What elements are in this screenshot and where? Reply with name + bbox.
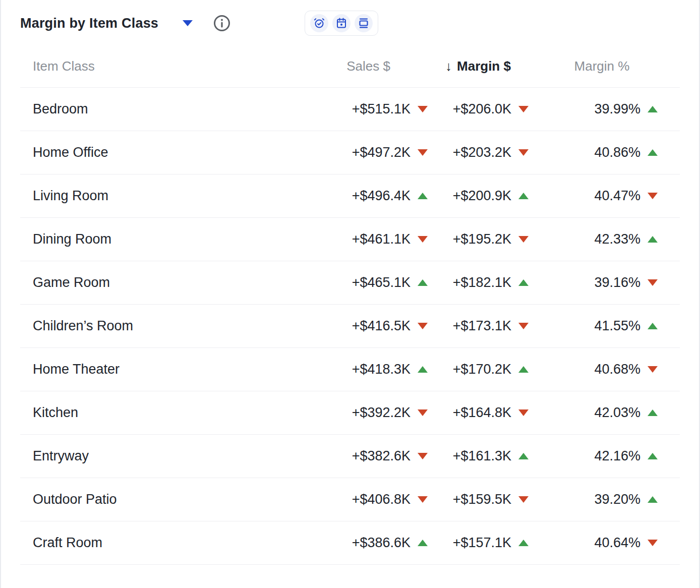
margin-value: +$206.0K (453, 101, 511, 117)
sales-cell: +$406.8K (352, 492, 428, 507)
margin-pct-value: 39.99% (594, 101, 640, 117)
sort-descending-icon: ↓ (445, 58, 452, 74)
margin-pct-trend-icon (648, 149, 658, 156)
margin-pct-trend-icon (648, 409, 658, 416)
margin-value: +$164.8K (453, 405, 511, 421)
margin-value: +$200.9K (453, 188, 511, 204)
table-row[interactable]: Dining Room +$461.1K +$195.2K 42.33% (20, 218, 680, 261)
margin-pct-value: 40.64% (594, 535, 640, 551)
margin-trend-icon (518, 366, 529, 373)
margin-pct-cell: 39.16% (594, 275, 680, 290)
sales-value: +$418.3K (352, 362, 411, 377)
margin-value: +$161.3K (453, 448, 511, 464)
margin-value: +$170.2K (453, 362, 511, 377)
sales-cell: +$416.5K (352, 318, 428, 334)
margin-pct-cell: 40.64% (594, 535, 680, 551)
column-header-item-class[interactable]: Item Class (20, 58, 95, 74)
margin-pct-trend-icon (648, 496, 658, 503)
margin-value: +$159.5K (453, 492, 511, 507)
margin-cell: +$157.1K (453, 535, 546, 551)
sales-value: +$515.1K (352, 101, 411, 117)
margin-pct-value: 42.03% (594, 405, 640, 421)
calendar-icon[interactable] (332, 14, 351, 32)
margin-pct-cell: 42.03% (594, 405, 680, 421)
item-class-cell: Living Room (20, 188, 108, 204)
margin-cell: +$159.5K (453, 492, 546, 507)
column-header-margin-pct[interactable]: Margin % (574, 58, 652, 74)
margin-by-item-class-widget: Margin by Item Class (0, 0, 700, 588)
column-header-margin-label: Margin $ (457, 58, 511, 74)
table-row[interactable]: Children’s Room +$416.5K +$173.1K 41.55% (20, 305, 680, 348)
title-dropdown-caret-icon[interactable] (183, 20, 193, 26)
table-row[interactable]: Living Room +$496.4K +$200.9K 40.47% (20, 174, 680, 218)
sales-trend-icon (418, 279, 428, 286)
margin-trend-icon (518, 149, 529, 156)
margin-cell: +$200.9K (453, 188, 546, 204)
item-class-cell: Bedroom (20, 101, 88, 117)
sales-value: +$382.6K (352, 448, 411, 464)
margin-cell: +$195.2K (453, 231, 546, 247)
column-header-sales[interactable]: Sales $ (346, 58, 390, 74)
margin-pct-value: 39.20% (594, 492, 640, 507)
margin-value: +$203.2K (453, 145, 511, 160)
margin-pct-cell: 40.86% (594, 145, 680, 160)
sales-cell: +$386.6K (352, 535, 428, 551)
margin-pct-trend-icon (648, 106, 658, 112)
margin-cell: +$203.2K (453, 145, 546, 160)
sales-trend-icon (418, 323, 428, 329)
item-class-cell: Children’s Room (20, 318, 133, 334)
margin-pct-trend-icon (648, 540, 658, 546)
margin-cell: +$170.2K (453, 362, 546, 377)
margin-pct-value: 41.55% (594, 318, 640, 334)
margin-pct-cell: 39.99% (594, 101, 680, 117)
table-header-row: Item Class Sales $ ↓Margin $ Margin % (20, 45, 680, 88)
margin-pct-trend-icon (648, 323, 658, 329)
alarm-check-icon[interactable] (310, 14, 328, 32)
item-class-cell: Home Office (20, 145, 108, 160)
margin-trend-icon (518, 236, 529, 243)
table-row[interactable]: Outdoor Patio +$406.8K +$159.5K 39.20% (20, 478, 680, 521)
margin-pct-trend-icon (648, 366, 658, 373)
sales-trend-icon (418, 409, 428, 416)
margin-pct-cell: 40.68% (594, 362, 680, 377)
margin-pct-value: 40.68% (594, 362, 640, 377)
margin-cell: +$182.1K (453, 275, 546, 290)
sales-cell: +$496.4K (352, 188, 428, 204)
table-row[interactable]: Kitchen +$392.2K +$164.8K 42.03% (20, 391, 680, 435)
sales-trend-icon (418, 149, 428, 156)
widget-title: Margin by Item Class (20, 16, 158, 31)
carousel-icon[interactable] (355, 14, 373, 32)
table-row[interactable]: Home Office +$497.2K +$203.2K 40.86% (20, 131, 680, 174)
table-row[interactable]: Home Theater +$418.3K +$170.2K 40.68% (20, 348, 680, 391)
margin-table: Item Class Sales $ ↓Margin $ Margin % Be… (20, 45, 680, 565)
info-icon[interactable] (213, 14, 231, 32)
margin-pct-value: 40.47% (594, 188, 640, 204)
sales-value: +$392.2K (352, 405, 411, 421)
margin-trend-icon (518, 496, 529, 503)
margin-pct-cell: 40.47% (594, 188, 680, 204)
margin-trend-icon (518, 106, 529, 112)
sales-trend-icon (418, 366, 428, 373)
table-row[interactable]: Game Room +$465.1K +$182.1K 39.16% (20, 261, 680, 305)
sales-value: +$416.5K (352, 318, 411, 334)
margin-cell: +$206.0K (453, 101, 546, 117)
margin-pct-value: 40.86% (594, 145, 640, 160)
margin-pct-trend-icon (648, 236, 658, 243)
sales-trend-icon (418, 540, 428, 546)
margin-pct-trend-icon (648, 453, 658, 459)
table-row[interactable]: Entryway +$382.6K +$161.3K 42.16% (20, 435, 680, 478)
sales-cell: +$392.2K (352, 405, 428, 421)
margin-pct-trend-icon (648, 279, 658, 286)
margin-cell: +$173.1K (453, 318, 546, 334)
widget-header: Margin by Item Class (1, 0, 699, 45)
table-row[interactable]: Bedroom +$515.1K +$206.0K 39.99% (20, 88, 680, 131)
column-header-margin[interactable]: ↓Margin $ (445, 58, 529, 74)
margin-pct-value: 42.16% (594, 448, 640, 464)
sales-trend-icon (418, 496, 428, 503)
margin-trend-icon (518, 323, 529, 329)
table-row[interactable]: Craft Room +$386.6K +$157.1K 40.64% (20, 521, 680, 565)
margin-value: +$157.1K (453, 535, 511, 551)
sales-value: +$497.2K (352, 145, 411, 160)
sales-cell: +$497.2K (352, 145, 428, 160)
margin-pct-trend-icon (648, 193, 658, 199)
